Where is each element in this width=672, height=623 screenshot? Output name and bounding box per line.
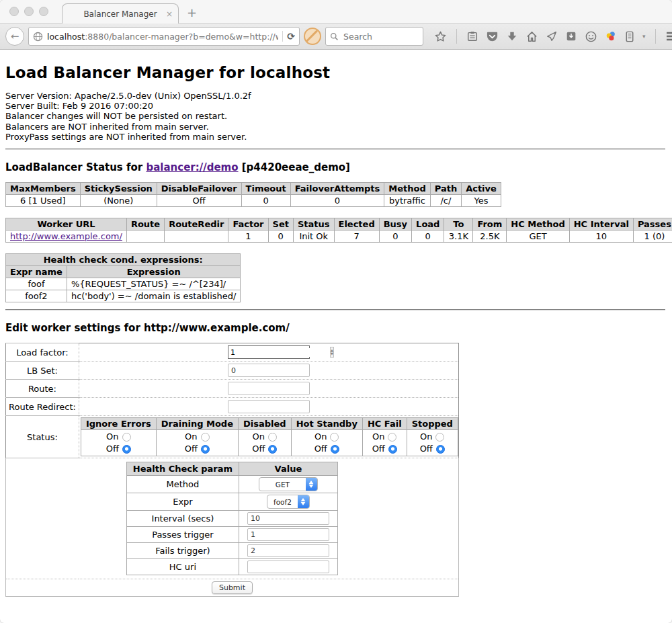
worker-table: Worker URL Route RouteRedir Factor Set S… — [5, 218, 672, 243]
close-window-button[interactable] — [9, 7, 19, 16]
balancer-status-heading: LoadBalancer Status for balancer://demo … — [5, 161, 665, 173]
search-input[interactable] — [342, 31, 405, 42]
disabled-on-radio[interactable] — [268, 433, 277, 442]
select-chevrons-icon — [306, 478, 317, 491]
url-bar[interactable]: localhost:8880/balancer-manager?b=demo&w… — [28, 27, 300, 46]
stopped-on-radio[interactable] — [435, 433, 444, 442]
expr-select[interactable]: foof2 — [267, 495, 310, 509]
submit-button[interactable]: Submit — [212, 581, 253, 594]
table-header-row: MaxMembers StickySession DisableFailover… — [6, 183, 501, 195]
route-input[interactable] — [228, 382, 310, 395]
col-header: HC Method — [507, 218, 569, 231]
cell: 7 — [334, 231, 379, 243]
overflow-caret-icon[interactable]: ▾ — [642, 33, 646, 40]
minimize-window-button[interactable] — [24, 7, 34, 16]
worker-url-cell: http://www.example.com/ — [6, 231, 127, 243]
menu-hamburger-icon[interactable] — [665, 30, 672, 42]
expr-value-cell: hc('body') =~ /domain is established/ — [67, 290, 241, 302]
balancer-demo-link[interactable]: balancer://demo — [146, 161, 238, 173]
hc-header-row: Health Check param Value — [126, 462, 337, 476]
cell: 1 (0) — [633, 231, 672, 243]
method-select[interactable]: GET — [259, 477, 318, 491]
method-select-value: GET — [259, 481, 306, 489]
route-label: Route: — [6, 380, 79, 398]
color-dots-extension-icon[interactable] — [605, 30, 617, 42]
form-row-hc-params: Health Check param Value Method GET Expr — [6, 458, 459, 579]
cell — [165, 231, 228, 243]
col-header: Busy — [379, 218, 411, 231]
back-button[interactable]: ← — [5, 27, 24, 46]
expr-select-value: foof2 — [267, 498, 298, 506]
route-redirect-input[interactable] — [228, 400, 310, 413]
draining-mode-off-radio[interactable] — [201, 445, 210, 454]
server-version-line: Server Version: Apache/2.5.0-dev (Unix) … — [5, 91, 665, 101]
search-bar[interactable] — [325, 27, 423, 46]
col-header: StickySession — [80, 183, 157, 195]
persist-notice-line: Balancer changes will NOT be persisted o… — [5, 111, 665, 121]
worker-url-link[interactable]: http://www.example.com/ — [10, 231, 122, 241]
hc-uri-input[interactable] — [247, 560, 329, 573]
expr-cell: foof2 — [239, 493, 337, 511]
pocket-icon[interactable] — [486, 30, 499, 43]
status-hot-standby-cell: On Off — [291, 430, 362, 456]
draining-mode-on-radio[interactable] — [201, 433, 210, 442]
col-header: Health Check param — [126, 462, 239, 476]
send-page-icon[interactable] — [546, 30, 558, 42]
col-header: Set — [268, 218, 293, 231]
status-radio-row: On Off On Off On Off — [81, 430, 458, 456]
panel-download-icon[interactable] — [565, 30, 577, 42]
browser-window: Balancer Manager × + ← localhost:8880/ba… — [0, 0, 672, 623]
download-icon[interactable] — [506, 30, 518, 42]
passes-label: Passes trigger — [126, 527, 239, 543]
col-header: Worker URL — [6, 218, 127, 231]
content-blocker-icon[interactable] — [304, 28, 321, 45]
radio-off-label: Off — [372, 443, 385, 455]
col-header: Status — [293, 218, 334, 231]
status-col-header: Ignore Errors — [81, 418, 156, 430]
feedback-smiley-icon[interactable] — [585, 30, 597, 43]
col-header: Value — [239, 462, 337, 476]
radio-on-label: On — [106, 431, 118, 443]
new-tab-button[interactable]: + — [187, 5, 197, 19]
lb-set-input[interactable] — [228, 364, 310, 377]
passes-input[interactable] — [247, 528, 329, 541]
col-header: From — [473, 218, 507, 231]
fails-label: Fails trigger) — [126, 543, 239, 559]
load-factor-label: Load factor: — [6, 343, 79, 362]
ignore-errors-off-radio[interactable] — [122, 445, 131, 454]
hc-fail-off-radio[interactable] — [388, 445, 397, 454]
route-cell — [79, 380, 458, 398]
bookmarks-sidebar-icon[interactable] — [466, 30, 478, 42]
passes-cell — [239, 527, 337, 543]
hot-standby-on-radio[interactable] — [330, 433, 339, 442]
col-header: Passes — [633, 218, 672, 231]
reload-icon[interactable]: ⟳ — [287, 31, 295, 42]
bookmark-star-icon[interactable] — [434, 30, 447, 43]
interval-input[interactable] — [247, 512, 329, 525]
fails-input[interactable] — [247, 544, 329, 557]
load-factor-input[interactable] — [228, 348, 330, 357]
radio-off-label: Off — [252, 443, 265, 455]
radio-off-label: Off — [106, 443, 119, 455]
stopped-off-radio[interactable] — [436, 445, 445, 454]
url-text: localhost:8880/balancer-manager?b=demo&w… — [47, 32, 278, 42]
stepper-arrows-icon[interactable]: ▲▼ — [330, 347, 334, 358]
hot-standby-off-radio[interactable] — [331, 445, 339, 454]
cell: Init Ok — [293, 231, 334, 243]
hc-row-method: Method GET — [126, 476, 337, 493]
clipboard-extension-icon[interactable] — [624, 30, 635, 43]
hc-fail-on-radio[interactable] — [388, 433, 396, 442]
route-redirect-label: Route Redirect: — [6, 398, 79, 416]
tab-balancer-manager[interactable]: Balancer Manager × — [62, 3, 179, 24]
close-tab-icon[interactable]: × — [166, 9, 173, 19]
zoom-window-button[interactable] — [39, 7, 48, 16]
cell: 0 — [268, 231, 293, 243]
load-factor-stepper[interactable]: ▲▼ — [228, 345, 310, 359]
radio-on-label: On — [314, 431, 327, 443]
ignore-errors-on-radio[interactable] — [122, 433, 131, 442]
col-header: FailoverAttempts — [290, 183, 384, 195]
hc-row-expr: Expr foof2 — [126, 493, 337, 511]
home-icon[interactable] — [526, 30, 538, 43]
server-info: Server Version: Apache/2.5.0-dev (Unix) … — [5, 91, 665, 142]
disabled-off-radio[interactable] — [268, 445, 277, 454]
